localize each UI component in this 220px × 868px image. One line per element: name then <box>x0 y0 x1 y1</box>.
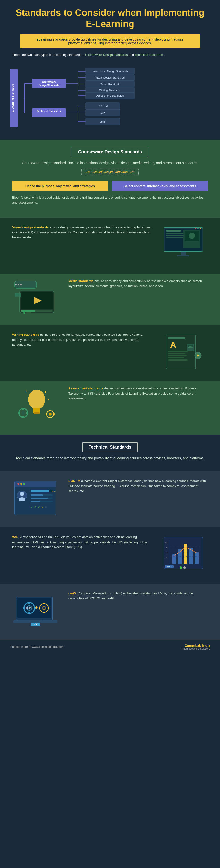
id-box-purpose: Define the purpose, objectives, and stra… <box>12 181 108 191</box>
svg-text:✦: ✦ <box>44 390 47 394</box>
scorm-text: SCORM (Sharable Content Object Reference… <box>68 478 208 494</box>
svg-rect-80 <box>33 408 40 413</box>
svg-text:Writing Standards: Writing Standards <box>99 89 121 92</box>
svg-rect-63 <box>26 312 31 313</box>
footer-logo-top: CommLab India <box>182 644 210 648</box>
visual-design-svg <box>159 225 208 264</box>
page-title: Standards to Consider when Implementing … <box>15 7 205 30</box>
cmi5-text: cmi5 (Computer Managed Instruction) is t… <box>68 591 208 601</box>
svg-text:25: 25 <box>166 556 168 558</box>
svg-text:SCORM: SCORM <box>98 104 108 107</box>
svg-rect-87 <box>26 412 28 414</box>
svg-text:75: 75 <box>166 547 168 549</box>
svg-point-89 <box>49 413 52 415</box>
svg-text:Media Standards: Media Standards <box>100 83 120 86</box>
svg-point-56 <box>20 284 22 285</box>
header: Standards to Consider when Implementing … <box>0 0 220 34</box>
writing-svg: A <box>159 332 208 371</box>
svg-text:LRS: LRS <box>167 566 171 568</box>
svg-point-138 <box>183 566 186 569</box>
footer-url: Find out more at www.commlabindia.com <box>10 645 63 649</box>
diagram-section: E-Learning Standards Courseware Design S… <box>0 62 220 140</box>
svg-rect-48 <box>181 252 186 255</box>
svg-text:Technical Standards: Technical Standards <box>37 110 61 113</box>
svg-rect-41 <box>166 230 181 232</box>
svg-text:✓: ✓ <box>38 505 40 508</box>
svg-rect-81 <box>34 412 39 414</box>
svg-rect-43 <box>166 235 183 236</box>
footer-logo: CommLab India Rapid eLearning Solutions <box>182 644 210 650</box>
svg-text:✓: ✓ <box>181 567 182 569</box>
svg-text:✓: ✓ <box>31 505 33 508</box>
svg-text:✦: ✦ <box>26 390 28 393</box>
svg-rect-146 <box>23 607 25 609</box>
svg-point-100 <box>17 483 19 485</box>
svg-text:Visual Design Standards: Visual Design Standards <box>95 76 125 79</box>
svg-rect-92 <box>46 413 47 415</box>
courseware-description: Courseware design standards include inst… <box>12 161 208 165</box>
svg-rect-99 <box>15 486 56 487</box>
cmi5-section: + SCORM xAPI cmi5 cmi5 (Computer Man <box>0 584 220 640</box>
svg-point-55 <box>18 284 19 285</box>
svg-rect-91 <box>49 417 51 418</box>
courseware-title: Courseware Design Standards <box>72 147 148 157</box>
svg-rect-90 <box>49 410 51 411</box>
svg-text:SCORM: SCORM <box>26 607 33 609</box>
svg-point-105 <box>19 497 25 501</box>
svg-text:xAPI: xAPI <box>42 607 46 609</box>
courseware-section: Courseware Design Standards Courseware d… <box>0 140 220 218</box>
svg-point-52 <box>195 228 196 229</box>
technical-standards-section: Technical Standards Technical standards … <box>0 435 220 471</box>
two-types-line: There are two main types of eLearning st… <box>0 51 220 59</box>
svg-text:✓: ✓ <box>42 505 44 508</box>
svg-rect-93 <box>53 413 55 415</box>
svg-rect-110 <box>31 494 43 496</box>
intro-box: eLearning standards provide guidelines f… <box>20 34 200 48</box>
media-svg <box>12 279 61 318</box>
id-box-select: Select content, interactivities, and ass… <box>112 181 208 191</box>
svg-rect-114 <box>31 501 40 502</box>
media-section: Media standards ensure consistency and c… <box>0 274 220 325</box>
svg-text:Courseware: Courseware <box>42 81 56 83</box>
svg-point-79 <box>28 390 45 409</box>
svg-rect-67 <box>168 337 185 339</box>
svg-rect-42 <box>166 233 186 234</box>
cmi5-illustration: + SCORM xAPI cmi5 <box>12 591 61 630</box>
svg-point-62 <box>24 312 25 314</box>
svg-point-47 <box>189 233 195 239</box>
svg-rect-145 <box>28 612 30 614</box>
svg-text:A: A <box>170 340 176 350</box>
footer-logo-bottom: Rapid eLearning Solutions <box>182 648 210 650</box>
svg-text:85%: 85% <box>52 490 56 493</box>
scorm-section: 85% ✓ ✓ ✓ ✓ ○ SCORM (Sharable Content Ob… <box>0 471 220 527</box>
svg-rect-69 <box>168 351 188 352</box>
svg-text:50: 50 <box>166 551 168 554</box>
tech-title: Technical Standards <box>82 442 138 452</box>
svg-rect-127 <box>195 552 199 564</box>
id-boxes: Define the purpose, objectives, and stra… <box>12 181 208 191</box>
assessment-illustration: ✦ ✦ ✦ <box>12 386 61 425</box>
standards-diagram: E-Learning Standards Courseware Design S… <box>10 64 210 132</box>
svg-point-54 <box>15 284 17 285</box>
writing-illustration: A <box>159 332 208 371</box>
assessment-svg: ✦ ✦ ✦ <box>12 386 61 425</box>
scorm-svg: 85% ✓ ✓ ✓ ✓ ○ <box>12 478 61 518</box>
cmi5-svg: + SCORM xAPI cmi5 <box>12 591 61 630</box>
media-text: Media standards ensure consistency and c… <box>68 279 208 289</box>
svg-point-51 <box>197 228 199 229</box>
svg-rect-144 <box>28 602 30 604</box>
svg-rect-107 <box>31 490 49 493</box>
svg-rect-152 <box>43 612 45 613</box>
media-illustration <box>12 279 61 318</box>
svg-text:Design Standards: Design Standards <box>38 84 59 87</box>
bloom-text: Bloom's taxonomy is a good guide for dev… <box>12 195 208 205</box>
visual-design-text: Visual design standards ensure design co… <box>12 225 152 240</box>
svg-point-101 <box>20 483 22 485</box>
svg-rect-72 <box>168 357 184 359</box>
svg-rect-5 <box>32 79 66 88</box>
footer: Find out more at www.commlabindia.com Co… <box>0 640 220 654</box>
svg-point-50 <box>200 228 201 229</box>
svg-rect-73 <box>168 360 188 361</box>
svg-rect-44 <box>166 237 185 238</box>
svg-rect-158 <box>29 619 42 620</box>
